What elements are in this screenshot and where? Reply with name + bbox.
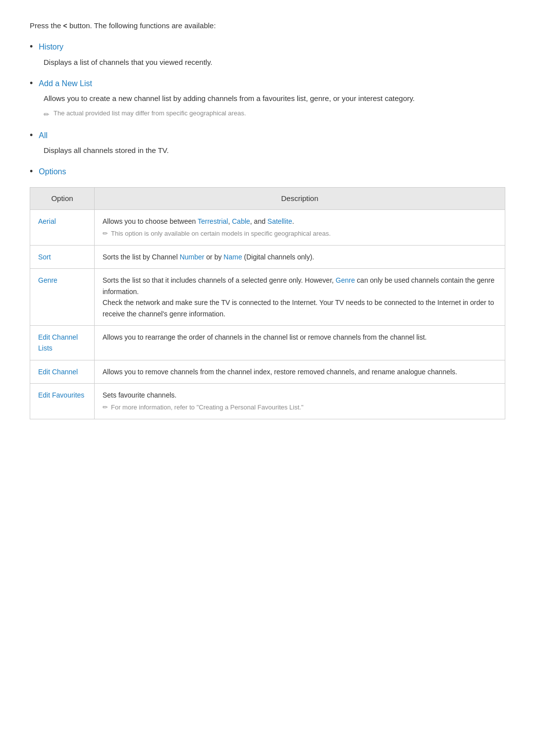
aerial-cable-link[interactable]: Cable bbox=[232, 217, 250, 225]
intro-paragraph: Press the < button. The following functi… bbox=[30, 20, 505, 32]
table-description-sort: Sorts the list by Channel Number or by N… bbox=[95, 245, 505, 268]
all-link[interactable]: All bbox=[39, 129, 48, 142]
add-new-list-note: The actual provided list may differ from… bbox=[54, 108, 246, 119]
table-option-aerial[interactable]: Aerial bbox=[30, 209, 95, 245]
edit-channel-lists-desc: Allows you to rearrange the order of cha… bbox=[103, 333, 427, 341]
table-header-option: Option bbox=[30, 187, 95, 209]
aerial-desc-text3: , and bbox=[250, 217, 268, 225]
add-new-list-note-row: ✏ The actual provided list may differ fr… bbox=[44, 108, 505, 120]
history-description: Displays a list of channels that you vie… bbox=[44, 56, 505, 68]
table-row-edit-channel: Edit Channel Allows you to remove channe… bbox=[30, 360, 505, 383]
edit-favourites-note-icon: ✏ bbox=[103, 403, 108, 413]
table-row-edit-channel-lists: Edit Channel Lists Allows you to rearran… bbox=[30, 325, 505, 360]
bullet-all: • All Displays all channels stored in th… bbox=[30, 129, 505, 157]
bullet-dot-add-new-list: • bbox=[30, 77, 33, 90]
note-icon-add-new-list: ✏ bbox=[44, 109, 50, 120]
edit-channel-desc: Allows you to remove channels from the c… bbox=[103, 368, 457, 376]
table-row-aerial: Aerial Allows you to choose between Terr… bbox=[30, 209, 505, 245]
aerial-desc-text1: Allows you to choose between bbox=[103, 217, 198, 225]
options-link[interactable]: Options bbox=[39, 165, 66, 178]
add-new-list-description: Allows you to create a new channel list … bbox=[44, 93, 505, 104]
sort-desc-text2: or by bbox=[204, 253, 223, 261]
sort-number-link[interactable]: Number bbox=[180, 253, 205, 261]
aerial-satellite-link[interactable]: Satellite bbox=[268, 217, 292, 225]
aerial-note-text: This option is only available on certain… bbox=[111, 229, 331, 239]
table-description-edit-favourites: Sets favourite channels. ✏ For more info… bbox=[95, 384, 505, 419]
table-option-sort[interactable]: Sort bbox=[30, 245, 95, 268]
edit-favourites-desc: Sets favourite channels. bbox=[103, 391, 176, 399]
bullet-dot-options: • bbox=[30, 165, 33, 178]
sort-name-link[interactable]: Name bbox=[223, 253, 242, 261]
bullet-dot-history: • bbox=[30, 41, 33, 53]
table-description-edit-channel-lists: Allows you to rearrange the order of cha… bbox=[95, 325, 505, 360]
bullet-dot-all: • bbox=[30, 129, 33, 142]
history-link[interactable]: History bbox=[39, 41, 63, 53]
bullet-history: • History Displays a list of channels th… bbox=[30, 41, 505, 68]
genre-desc-line2: Check the network and make sure the TV i… bbox=[103, 299, 494, 317]
aerial-note-icon: ✏ bbox=[103, 229, 108, 239]
chevron-icon: < bbox=[63, 20, 67, 31]
table-row-genre: Genre Sorts the list so that it includes… bbox=[30, 269, 505, 326]
table-option-edit-favourites[interactable]: Edit Favourites bbox=[30, 384, 95, 419]
table-option-edit-channel[interactable]: Edit Channel bbox=[30, 360, 95, 383]
aerial-note-row: ✏ This option is only available on certa… bbox=[103, 229, 497, 239]
aerial-desc-text4: . bbox=[292, 217, 294, 225]
options-table: Option Description Aerial Allows you to … bbox=[30, 187, 505, 420]
table-row-sort: Sort Sorts the list by Channel Number or… bbox=[30, 245, 505, 268]
add-new-list-link[interactable]: Add a New List bbox=[39, 77, 92, 90]
table-description-aerial: Allows you to choose between Terrestrial… bbox=[95, 209, 505, 245]
intro-text-after: button. The following functions are avai… bbox=[67, 21, 216, 30]
edit-favourites-note-row: ✏ For more information, refer to "Creati… bbox=[103, 403, 497, 413]
table-option-edit-channel-lists[interactable]: Edit Channel Lists bbox=[30, 325, 95, 360]
table-header-description: Description bbox=[95, 187, 505, 209]
sort-desc-text1: Sorts the list by Channel bbox=[103, 253, 180, 261]
table-row-edit-favourites: Edit Favourites Sets favourite channels.… bbox=[30, 384, 505, 419]
intro-text-before: Press the bbox=[30, 21, 63, 30]
genre-desc-text1: Sorts the list so that it includes chann… bbox=[103, 276, 336, 284]
table-option-genre[interactable]: Genre bbox=[30, 269, 95, 326]
sort-desc-text3: (Digital channels only). bbox=[242, 253, 315, 261]
genre-link[interactable]: Genre bbox=[336, 276, 355, 284]
bullet-options: • Options bbox=[30, 165, 505, 178]
bullet-add-new-list: • Add a New List Allows you to create a … bbox=[30, 77, 505, 120]
table-description-genre: Sorts the list so that it includes chann… bbox=[95, 269, 505, 326]
all-description: Displays all channels stored in the TV. bbox=[44, 145, 505, 156]
edit-favourites-note-text: For more information, refer to "Creating… bbox=[111, 403, 304, 413]
table-description-edit-channel: Allows you to remove channels from the c… bbox=[95, 360, 505, 383]
aerial-terrestrial-link[interactable]: Terrestrial bbox=[198, 217, 228, 225]
